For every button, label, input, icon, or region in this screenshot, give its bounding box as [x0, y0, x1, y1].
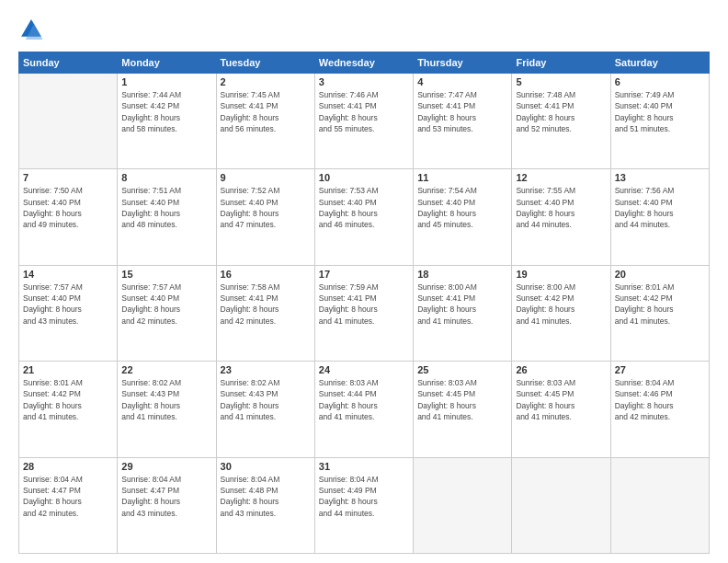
day-number: 16 [221, 269, 311, 280]
calendar-cell [414, 457, 512, 553]
calendar-cell: 25Sunrise: 8:03 AMSunset: 4:45 PMDayligh… [414, 362, 512, 457]
day-info: Sunrise: 7:52 AMSunset: 4:40 PMDaylight:… [221, 185, 311, 230]
calendar-cell: 16Sunrise: 7:58 AMSunset: 4:41 PMDayligh… [216, 265, 314, 361]
day-info: Sunrise: 8:04 AMSunset: 4:49 PMDaylight:… [319, 474, 409, 519]
day-info: Sunrise: 7:55 AMSunset: 4:40 PMDaylight:… [516, 185, 606, 230]
day-number: 27 [615, 364, 705, 375]
calendar-cell: 26Sunrise: 8:03 AMSunset: 4:45 PMDayligh… [512, 362, 610, 457]
calendar-cell: 2Sunrise: 7:45 AMSunset: 4:41 PMDaylight… [216, 74, 314, 169]
calendar-cell: 24Sunrise: 8:03 AMSunset: 4:44 PMDayligh… [314, 362, 413, 457]
day-number: 24 [319, 364, 409, 375]
day-number: 21 [23, 364, 113, 375]
calendar-cell [610, 457, 709, 553]
day-info: Sunrise: 7:59 AMSunset: 4:41 PMDaylight:… [319, 282, 409, 327]
calendar-cell: 14Sunrise: 7:57 AMSunset: 4:40 PMDayligh… [19, 265, 118, 361]
calendar-cell: 31Sunrise: 8:04 AMSunset: 4:49 PMDayligh… [314, 457, 413, 553]
calendar-cell: 7Sunrise: 7:50 AMSunset: 4:40 PMDaylight… [19, 169, 118, 265]
calendar-week-2: 7Sunrise: 7:50 AMSunset: 4:40 PMDaylight… [19, 169, 710, 265]
header [18, 17, 710, 42]
calendar-cell: 22Sunrise: 8:02 AMSunset: 4:43 PMDayligh… [118, 362, 216, 457]
day-info: Sunrise: 8:04 AMSunset: 4:48 PMDaylight:… [221, 474, 311, 519]
day-number: 28 [23, 461, 113, 472]
day-number: 10 [319, 172, 409, 183]
calendar-cell: 5Sunrise: 7:48 AMSunset: 4:41 PMDaylight… [512, 74, 610, 169]
day-info: Sunrise: 7:56 AMSunset: 4:40 PMDaylight:… [615, 185, 705, 230]
day-info: Sunrise: 8:00 AMSunset: 4:42 PMDaylight:… [516, 282, 606, 327]
day-info: Sunrise: 7:50 AMSunset: 4:40 PMDaylight:… [23, 185, 113, 230]
calendar-cell: 28Sunrise: 8:04 AMSunset: 4:47 PMDayligh… [19, 457, 118, 553]
calendar-cell: 13Sunrise: 7:56 AMSunset: 4:40 PMDayligh… [610, 169, 709, 265]
calendar-cell: 4Sunrise: 7:47 AMSunset: 4:41 PMDaylight… [414, 74, 512, 169]
calendar-cell: 23Sunrise: 8:02 AMSunset: 4:43 PMDayligh… [216, 362, 314, 457]
calendar-cell: 6Sunrise: 7:49 AMSunset: 4:40 PMDaylight… [610, 74, 709, 169]
day-number: 26 [516, 364, 606, 375]
day-number: 25 [417, 364, 507, 375]
day-number: 12 [516, 172, 606, 183]
calendar-cell: 15Sunrise: 7:57 AMSunset: 4:40 PMDayligh… [118, 265, 216, 361]
day-header-tuesday: Tuesday [216, 52, 314, 74]
day-info: Sunrise: 7:54 AMSunset: 4:40 PMDaylight:… [417, 185, 507, 230]
day-info: Sunrise: 8:03 AMSunset: 4:44 PMDaylight:… [319, 377, 409, 422]
calendar-cell: 11Sunrise: 7:54 AMSunset: 4:40 PMDayligh… [414, 169, 512, 265]
day-number: 30 [221, 461, 311, 472]
calendar-cell: 8Sunrise: 7:51 AMSunset: 4:40 PMDaylight… [118, 169, 216, 265]
day-info: Sunrise: 7:48 AMSunset: 4:41 PMDaylight:… [516, 89, 606, 134]
calendar-cell: 27Sunrise: 8:04 AMSunset: 4:46 PMDayligh… [610, 362, 709, 457]
day-number: 18 [417, 269, 507, 280]
day-info: Sunrise: 7:57 AMSunset: 4:40 PMDaylight:… [121, 282, 211, 327]
day-number: 9 [221, 172, 311, 183]
calendar-cell: 19Sunrise: 8:00 AMSunset: 4:42 PMDayligh… [512, 265, 610, 361]
day-info: Sunrise: 7:46 AMSunset: 4:41 PMDaylight:… [319, 89, 409, 134]
day-info: Sunrise: 8:01 AMSunset: 4:42 PMDaylight:… [615, 282, 705, 327]
calendar-header-row: SundayMondayTuesdayWednesdayThursdayFrid… [19, 52, 710, 74]
calendar-cell: 3Sunrise: 7:46 AMSunset: 4:41 PMDaylight… [314, 74, 413, 169]
day-number: 17 [319, 269, 409, 280]
logo-icon [18, 17, 44, 42]
page: SundayMondayTuesdayWednesdayThursdayFrid… [0, 0, 728, 563]
day-info: Sunrise: 7:57 AMSunset: 4:40 PMDaylight:… [23, 282, 113, 327]
day-number: 13 [615, 172, 705, 183]
day-number: 23 [221, 364, 311, 375]
day-info: Sunrise: 7:47 AMSunset: 4:41 PMDaylight:… [417, 89, 507, 134]
day-header-wednesday: Wednesday [314, 52, 413, 74]
logo [18, 17, 48, 42]
day-number: 14 [23, 269, 113, 280]
calendar-cell: 18Sunrise: 8:00 AMSunset: 4:41 PMDayligh… [414, 265, 512, 361]
calendar-table: SundayMondayTuesdayWednesdayThursdayFrid… [18, 52, 710, 554]
day-header-friday: Friday [512, 52, 610, 74]
day-info: Sunrise: 7:51 AMSunset: 4:40 PMDaylight:… [121, 185, 211, 230]
day-info: Sunrise: 8:01 AMSunset: 4:42 PMDaylight:… [23, 377, 113, 422]
calendar-cell: 1Sunrise: 7:44 AMSunset: 4:42 PMDaylight… [118, 74, 216, 169]
calendar-cell: 17Sunrise: 7:59 AMSunset: 4:41 PMDayligh… [314, 265, 413, 361]
day-info: Sunrise: 8:03 AMSunset: 4:45 PMDaylight:… [516, 377, 606, 422]
day-number: 31 [319, 461, 409, 472]
calendar-cell: 10Sunrise: 7:53 AMSunset: 4:40 PMDayligh… [314, 169, 413, 265]
day-info: Sunrise: 8:04 AMSunset: 4:46 PMDaylight:… [615, 377, 705, 422]
day-number: 19 [516, 269, 606, 280]
day-info: Sunrise: 7:53 AMSunset: 4:40 PMDaylight:… [319, 185, 409, 230]
day-number: 4 [417, 76, 507, 87]
day-number: 22 [121, 364, 211, 375]
day-number: 29 [121, 461, 211, 472]
calendar-cell: 29Sunrise: 8:04 AMSunset: 4:47 PMDayligh… [118, 457, 216, 553]
day-info: Sunrise: 8:03 AMSunset: 4:45 PMDaylight:… [417, 377, 507, 422]
calendar-cell: 12Sunrise: 7:55 AMSunset: 4:40 PMDayligh… [512, 169, 610, 265]
day-number: 5 [516, 76, 606, 87]
day-info: Sunrise: 7:44 AMSunset: 4:42 PMDaylight:… [121, 89, 211, 134]
day-info: Sunrise: 7:58 AMSunset: 4:41 PMDaylight:… [221, 282, 311, 327]
day-number: 2 [221, 76, 311, 87]
day-number: 1 [121, 76, 211, 87]
calendar-week-1: 1Sunrise: 7:44 AMSunset: 4:42 PMDaylight… [19, 74, 710, 169]
calendar-cell [512, 457, 610, 553]
calendar-cell [19, 74, 118, 169]
day-number: 3 [319, 76, 409, 87]
day-info: Sunrise: 8:02 AMSunset: 4:43 PMDaylight:… [221, 377, 311, 422]
day-info: Sunrise: 8:02 AMSunset: 4:43 PMDaylight:… [121, 377, 211, 422]
day-header-thursday: Thursday [414, 52, 512, 74]
calendar-week-3: 14Sunrise: 7:57 AMSunset: 4:40 PMDayligh… [19, 265, 710, 361]
calendar-cell: 9Sunrise: 7:52 AMSunset: 4:40 PMDaylight… [216, 169, 314, 265]
calendar-cell: 20Sunrise: 8:01 AMSunset: 4:42 PMDayligh… [610, 265, 709, 361]
day-number: 11 [417, 172, 507, 183]
day-info: Sunrise: 7:49 AMSunset: 4:40 PMDaylight:… [615, 89, 705, 134]
day-header-sunday: Sunday [19, 52, 118, 74]
